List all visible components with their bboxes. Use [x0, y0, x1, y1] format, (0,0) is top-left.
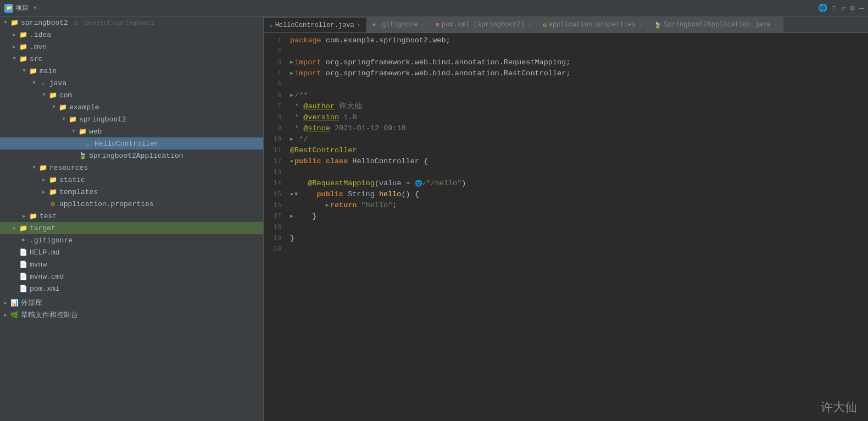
sidebar-item-mvnw[interactable]: 📄 mvnw — [0, 258, 263, 270]
code-line-20 — [290, 244, 868, 255]
code-line-10: ▶ */ — [290, 134, 868, 145]
sidebar-item-target[interactable]: ▶ 📁 target — [0, 222, 263, 234]
sidebar-item-com[interactable]: ▼ 📁 com — [0, 89, 263, 101]
pom-arrow — [10, 284, 19, 293]
idea-label: .idea — [30, 31, 263, 39]
sidebar-item-test[interactable]: ▶ 📁 test — [0, 210, 263, 222]
example-arrow: ▼ — [49, 103, 58, 112]
sidebar-item-templates[interactable]: ▶ 📁 templates — [0, 186, 263, 198]
code-line-7: * @author 许大仙 — [290, 101, 868, 112]
test-folder-icon: 📁 — [29, 212, 37, 220]
line-num-1: 1 — [264, 35, 281, 46]
title-label: 项目 — [15, 3, 29, 13]
tab-gitignore-close[interactable]: ✕ — [421, 21, 424, 28]
root-arrow: ▼ — [1, 18, 10, 27]
line-num-11: 11 — [264, 145, 281, 156]
sidebar-item-scratch[interactable]: ▶ 🌿 草稿文件和控制台 — [0, 309, 263, 321]
helpmd-arrow — [10, 248, 19, 257]
ext-libs-arrow: ▶ — [1, 298, 10, 307]
java-dir-arrow: ▼ — [30, 79, 38, 87]
templates-folder-icon: 📁 — [48, 187, 57, 196]
java-dir-label: java — [49, 79, 263, 87]
sidebar-item-springboot2-pkg[interactable]: ▼ 📁 springboot2 — [0, 113, 263, 125]
code-line-9: * @since 2021-01-12 09:18 — [290, 123, 868, 134]
ext-libs-label: 外部库 — [21, 298, 263, 308]
code-line-16: ▶ return "hello"; — [290, 200, 868, 211]
app-props-label: application.properties — [59, 200, 263, 208]
sidebar-item-static[interactable]: ▶ 📁 static — [0, 174, 263, 186]
minimize-icon[interactable]: — — [859, 4, 864, 13]
tab-sb2-close[interactable]: ✕ — [774, 21, 777, 28]
sidebar-item-gitignore[interactable]: ● .gitignore — [0, 234, 263, 246]
sidebar-item-application-properties[interactable]: ⚙ application.properties — [0, 198, 263, 210]
sidebar-item-web[interactable]: ▼ 📁 web — [0, 125, 263, 137]
code-line-5 — [290, 79, 868, 90]
static-folder-icon: 📁 — [48, 175, 57, 184]
code-line-14: @RequestMapping(value = 🌐✓ "/hello") — [290, 178, 868, 189]
sidebar-item-example[interactable]: ▼ 📁 example — [0, 101, 263, 113]
tab-hello-close[interactable]: ✕ — [358, 22, 361, 29]
code-line-12: ● public class HelloController { — [290, 156, 868, 167]
sidebar-item-mvn[interactable]: ▶ 📁 .mvn — [0, 41, 263, 53]
tab-app-label: application.properties — [549, 21, 636, 29]
sidebar-item-main[interactable]: ▼ 📁 main — [0, 65, 263, 77]
main-layout: ▼ 📁 springboot2 D:\project\springboot2 ▶… — [0, 16, 868, 421]
sidebar-item-help-md[interactable]: 📄 HELP.md — [0, 246, 263, 258]
scratch-label: 草稿文件和控制台 — [21, 310, 263, 320]
line-num-3: 3 — [264, 57, 281, 68]
sb2-app-arrow — [69, 151, 78, 160]
line-num-16: 16 — [264, 200, 281, 211]
line-num-12: 12 — [264, 156, 281, 167]
scratch-arrow: ▶ — [1, 311, 10, 319]
globe-icon[interactable]: 🌐 — [818, 3, 827, 13]
tree-root[interactable]: ▼ 📁 springboot2 D:\project\springboot2 — [0, 16, 263, 29]
mvnw-icon: 📄 — [19, 260, 27, 269]
sidebar-item-mvnw-cmd[interactable]: 📄 mvnw.cmd — [0, 270, 263, 282]
project-tree[interactable]: ▼ 📁 springboot2 D:\project\springboot2 ▶… — [0, 16, 264, 421]
sidebar-item-external-libs[interactable]: ▶ 📊 外部库 — [0, 297, 263, 309]
sb2-app-icon: 🍃 — [78, 151, 87, 160]
example-folder-icon: 📁 — [58, 103, 67, 112]
scratch-icon: 🌿 — [10, 311, 19, 319]
test-label: test — [40, 212, 263, 220]
gitignore-label: .gitignore — [30, 236, 263, 245]
list-icon[interactable]: ≡ — [832, 4, 836, 13]
target-folder-icon: 📁 — [19, 224, 27, 232]
dropdown-arrow[interactable]: ▼ — [31, 4, 40, 13]
code-editor[interactable]: 1 2 3 4 5 6 7 8 9 10 11 12 13 14 15 16 1… — [264, 33, 868, 421]
mvnw-label: mvnw — [30, 261, 263, 269]
tab-hello-controller[interactable]: ☕ HelloController.java ✕ — [264, 17, 367, 32]
tab-pom[interactable]: m pom.xml (springboot2) ✕ — [430, 17, 537, 32]
editor-area: ☕ HelloController.java ✕ ● .gitignore ✕ … — [264, 16, 868, 421]
hello-controller-arrow — [79, 139, 84, 148]
sidebar-item-hello-controller[interactable]: ☕ HelloController — [0, 137, 263, 149]
title-bar-actions: 🌐 ≡ ⇌ ⚙ — — [818, 3, 864, 13]
sidebar-item-java-dir[interactable]: ▼ ☕ java — [0, 77, 263, 89]
target-arrow: ▶ — [10, 224, 19, 232]
sidebar-item-idea[interactable]: ▶ 📁 .idea — [0, 29, 263, 41]
settings-icon[interactable]: ⚙ — [850, 3, 854, 13]
target-label: target — [30, 224, 263, 232]
main-label: main — [40, 67, 263, 75]
tab-sb2-icon: 🍃 — [654, 21, 661, 29]
line-num-13: 13 — [264, 167, 281, 178]
tab-app-close[interactable]: ✕ — [639, 21, 642, 28]
tab-pom-close[interactable]: ✕ — [528, 21, 531, 28]
pom-label: pom.xml — [30, 285, 263, 293]
tab-springboot2-app[interactable]: 🍃 Springboot2Application.java ✕ — [648, 17, 783, 32]
templates-label: templates — [59, 188, 263, 196]
idea-folder-icon: 📁 — [19, 30, 27, 39]
tab-gitignore[interactable]: ● .gitignore ✕ — [367, 17, 431, 32]
title-bar: 📁 项目 ▼ 🌐 ≡ ⇌ ⚙ — — [0, 0, 868, 16]
resources-folder-icon: 📁 — [38, 163, 47, 172]
src-folder-icon: 📁 — [19, 54, 27, 63]
tab-gitignore-label: .gitignore — [378, 21, 418, 29]
sidebar-item-resources[interactable]: ▼ 📁 resources — [0, 162, 263, 174]
sidebar-item-src[interactable]: ▼ 📁 src — [0, 53, 263, 65]
line-num-2: 2 — [264, 46, 281, 57]
sidebar-item-springboot2-app[interactable]: 🍃 Springboot2Application — [0, 149, 263, 162]
sidebar-item-pom-xml[interactable]: 📄 pom.xml — [0, 282, 263, 295]
tab-application[interactable]: ⚙ application.properties ✕ — [537, 17, 648, 32]
hello-controller-label: HelloController — [94, 140, 263, 148]
arrows-icon[interactable]: ⇌ — [841, 3, 845, 13]
